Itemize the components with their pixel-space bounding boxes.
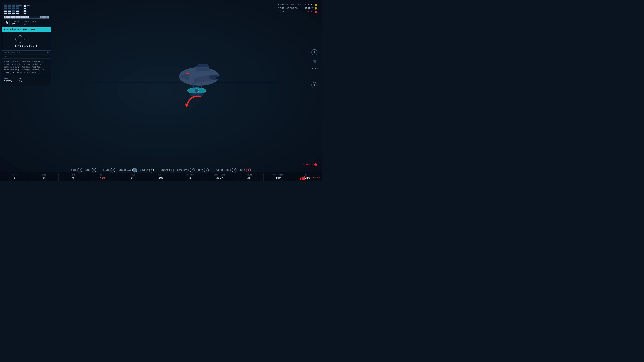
stat-shield: SHIELD 0	[117, 173, 146, 181]
edit-button[interactable]: A	[204, 168, 209, 172]
zoom-line-1	[313, 60, 316, 60]
color-button[interactable]: LS	[110, 168, 115, 172]
svg-rect-16	[191, 70, 193, 71]
none-2-label: NONE	[42, 174, 46, 176]
undo-button[interactable]	[78, 168, 82, 172]
redo-label: REDO	[86, 169, 90, 171]
stat-none-2: NONE 0	[29, 173, 59, 181]
watermark-bar-2	[302, 177, 302, 180]
shield-label: SHIELD	[128, 174, 135, 176]
value-label: VALUE	[4, 78, 12, 79]
arrow-svg	[184, 93, 204, 110]
watermark: GAMER GUIDES	[300, 176, 320, 180]
flight-check-button[interactable]: ≡	[232, 168, 236, 172]
svg-point-21	[94, 170, 94, 170]
toolbar-duplicate: DUPLICATE Y	[177, 168, 194, 172]
svg-rect-15	[186, 73, 189, 74]
zoom-line-5	[314, 76, 316, 76]
module-name[interactable]: M10 Ulysses He3 Tank	[2, 27, 51, 32]
module-description: Spaceship Fuel Tanks store Helium-3, whi…	[2, 58, 51, 76]
none-2-value: 0	[43, 176, 44, 179]
ship-viewport: + -3 > — +	[50, 0, 322, 164]
zoom-out-button[interactable]: +	[312, 82, 318, 88]
none-1-value: 0	[14, 176, 16, 179]
watermark-bar-4	[304, 176, 305, 180]
svg-point-13	[195, 89, 199, 93]
power-bar-group-1	[4, 4, 7, 14]
zoom-lines	[313, 60, 316, 62]
toolbar-edit: EDIT A	[198, 168, 209, 172]
mobility-label: MOBILITY	[244, 174, 253, 176]
value-value: 1225	[4, 79, 12, 83]
redo-icon	[92, 169, 95, 171]
none-1-label: NONE	[12, 174, 17, 176]
top-speed-value: 150	[276, 176, 281, 179]
stat-max-crew: MAX CREW 1	[176, 173, 205, 181]
dogstar-diamond-svg	[15, 34, 25, 44]
stat-jump-range: JUMP RANGE 30LY	[205, 173, 234, 181]
dogstar-logo: DOGSTAR	[15, 34, 38, 48]
stat-cargo: CARGO 200	[146, 173, 176, 181]
exit-button[interactable]: B	[246, 168, 251, 172]
reactor-label: REACTOR	[12, 21, 19, 22]
jump-range-value: 30LY	[216, 176, 223, 179]
error-indicator: 1 ERROR	[302, 163, 317, 166]
stat-none-3: NONE 0	[58, 173, 88, 181]
mass-bar-label: MASS	[305, 174, 310, 176]
toolbar-select: SELECT RB	[140, 168, 154, 172]
delete-label: DELETE	[161, 169, 168, 171]
grav-jump-label: GRAV JUMP FUEL	[4, 51, 22, 53]
power-bar-3a	[12, 4, 15, 14]
reactor-value: 20	[12, 22, 19, 25]
duplicate-button[interactable]: Y	[190, 168, 194, 172]
stat-hull: HULL 485	[88, 173, 117, 181]
dogstar-text: DOGSTAR	[15, 44, 38, 48]
power-meter-fill-right	[40, 16, 49, 18]
cargo-value: 200	[158, 176, 164, 179]
zoom-lines-2	[313, 75, 316, 77]
module-stats: GRAV JUMP FUEL 50 HULL 5	[2, 50, 51, 58]
power-bar-1a	[4, 4, 7, 14]
none-3-label: NONE	[71, 174, 75, 176]
toolbar-divider-1	[100, 168, 100, 173]
jump-range-label: JUMP RANGE	[214, 174, 225, 176]
select-all-button[interactable]: LB	[132, 168, 137, 172]
mass-label: MASS	[18, 78, 23, 79]
equip-label: EQUIP POWER	[24, 21, 36, 22]
toolbar-undo: UNDO	[71, 168, 82, 172]
undo-label: UNDO	[71, 169, 76, 171]
power-bar-4a	[16, 4, 19, 14]
toolbar-redo: REDO	[86, 168, 96, 172]
power-meter-fill	[4, 16, 29, 18]
toolbar-divider-3	[212, 168, 212, 173]
toolbar-delete: DELETE X	[161, 168, 174, 172]
redo-button[interactable]	[92, 168, 96, 172]
hull-bar-label: HULL	[100, 174, 105, 176]
reactor-power-stat: REACTOR 20	[12, 21, 19, 25]
svg-rect-11	[201, 83, 202, 88]
delete-button[interactable]: X	[169, 168, 174, 172]
mass-group: MASS 12	[18, 78, 23, 83]
game-container: VENDOR CREDITS 522383 YOUR CREDITS 19122…	[0, 0, 322, 181]
watermark-bar-3	[303, 177, 304, 180]
reactor-grade: A	[4, 20, 10, 26]
zoom-line-4	[314, 75, 316, 75]
flight-check-label: FLIGHT CHECK	[216, 169, 231, 171]
watermark-bars	[300, 176, 305, 180]
duplicate-label: DUPLICATE	[177, 169, 189, 171]
stats-bar: NONE 0 NONE 0 NONE 0 HULL 485 SHIELD 0 C…	[0, 173, 322, 181]
zoom-in-button[interactable]: +	[312, 49, 318, 55]
stat-none-1: NONE 0	[0, 173, 29, 181]
toolbar-exit: EXIT B	[240, 168, 250, 172]
power-bar-group-4: ENG	[16, 4, 22, 14]
cargo-label: CARGO	[158, 174, 164, 176]
svg-rect-10	[192, 83, 194, 88]
grav-jump-value: 50	[47, 51, 49, 53]
power-bars: ENG GRV	[2, 2, 51, 15]
hull-stat-label: HULL	[4, 55, 9, 57]
select-all-label: SELECT ALL	[118, 169, 131, 171]
exit-label: EXIT	[240, 169, 245, 171]
equip-value: 2	[24, 22, 36, 25]
hull-stat-value: 5	[48, 55, 49, 57]
select-button[interactable]: RB	[149, 168, 154, 172]
